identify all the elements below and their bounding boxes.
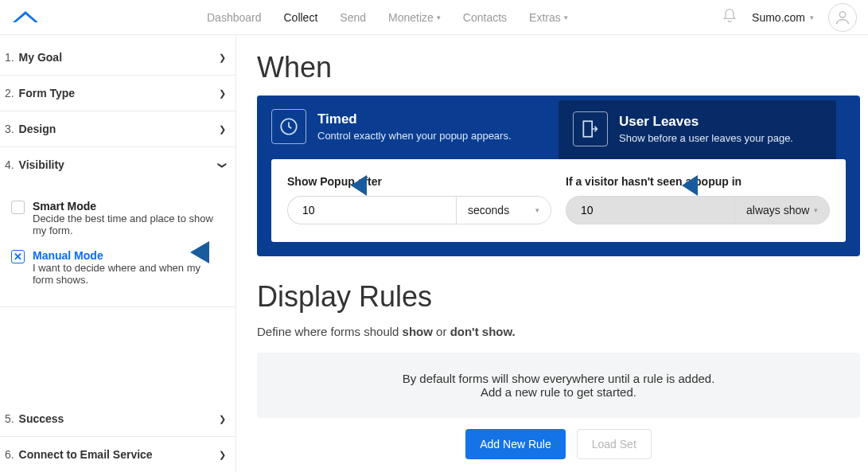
account-label: Sumo.com [752,11,805,24]
nav-extras[interactable]: Extras▾ [529,11,568,24]
show-after-unit-select[interactable]: seconds ▾ [456,196,551,224]
nav-collect[interactable]: Collect [284,11,318,24]
load-set-button[interactable]: Load Set [577,429,652,459]
avatar[interactable] [828,3,857,32]
when-card: Timed Control exactly when your popup ap… [257,96,860,256]
chevron-down-icon: ▾ [810,14,814,21]
when-title: When [257,51,860,84]
topbar: Dashboard Collect Send Monetize▾ Contact… [0,0,868,35]
add-rule-button[interactable]: Add New Rule [465,429,566,459]
checkbox-icon[interactable] [11,201,25,214]
account-dropdown[interactable]: Sumo.com ▾ [752,11,814,24]
chevron-right-icon: ❯ [219,124,226,135]
content-area: When Timed Control exactly when your pop… [236,35,868,472]
step-visibility[interactable]: 4. Visibility ❯ [0,147,235,182]
smart-mode-desc: Decide the best time and place to show m… [33,213,221,236]
logo-icon [11,6,40,29]
chevron-down-icon: ▾ [564,14,568,21]
chevron-down-icon: ❯ [217,162,228,169]
svg-point-0 [839,11,845,17]
nav-contacts[interactable]: Contacts [463,11,507,24]
chevron-down-icon: ▾ [437,14,441,21]
field-show-after: Show Popup after seconds ▾ [287,175,551,224]
tab-user-leaves[interactable]: User Leaves Show before a user leaves yo… [559,100,836,159]
chevron-down-icon: ▾ [535,206,539,214]
display-rules-section: Display Rules Define where forms should … [257,280,860,459]
nav-monetize[interactable]: Monetize▾ [388,11,441,24]
rules-empty-box: By default forms will show everywhere un… [257,353,860,418]
rules-title: Display Rules [257,280,860,314]
smart-mode-title: Smart Mode [33,200,221,213]
annotation-arrow-icon [190,236,254,268]
step-success[interactable]: 5. Success ❯ [0,401,235,437]
top-nav: Dashboard Collect Send Monetize▾ Contact… [207,11,568,24]
step-connect-email[interactable]: 6. Connect to Email Service ❯ [0,437,235,472]
chevron-down-icon: ▾ [814,206,818,214]
chevron-right-icon: ❯ [219,53,226,63]
step-form-type[interactable]: 2. Form Type ❯ [0,76,235,111]
chevron-right-icon: ❯ [219,414,226,424]
chevron-right-icon: ❯ [219,450,226,460]
clock-icon [271,109,306,144]
annotation-arrow-icon [682,170,736,201]
nav-send[interactable]: Send [340,11,366,24]
mode-smart[interactable]: Smart Mode Decide the best time and plac… [11,193,221,243]
checkbox-icon[interactable]: ✕ [11,250,25,263]
svg-rect-2 [583,121,592,137]
rules-desc: Define where forms should show or don't … [257,325,860,338]
x-icon: ✕ [14,252,22,262]
not-seen-unit-select[interactable]: always show ▾ [734,196,830,224]
step-my-goal[interactable]: 1. My Goal ❯ [0,40,235,76]
step-design[interactable]: 3. Design ❯ [0,111,235,147]
chevron-right-icon: ❯ [219,88,226,99]
nav-dashboard[interactable]: Dashboard [207,11,262,24]
exit-icon [573,111,608,146]
tab-timed[interactable]: Timed Control exactly when your popup ap… [257,96,559,159]
bell-icon[interactable] [722,8,738,27]
annotation-arrow-icon [351,170,405,201]
